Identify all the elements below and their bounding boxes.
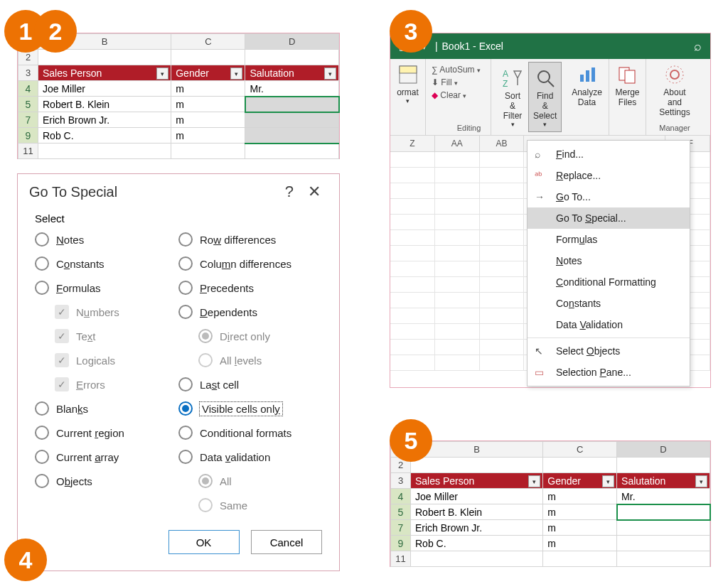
dd-data-validation[interactable]: Data Validation	[528, 314, 690, 335]
autosum-button[interactable]: ∑ AutoSum ▾	[432, 63, 485, 76]
magnifier-icon	[534, 67, 557, 90]
cell[interactable]: Erich Brown Jr.	[411, 520, 543, 536]
option-column-differences[interactable]: Column differences	[178, 252, 322, 276]
cell[interactable]: m	[543, 536, 617, 551]
table-header-salutation[interactable]: Salutation▾	[245, 65, 339, 81]
sort-filter-button[interactable]: AZSort &Filter▾	[497, 62, 528, 132]
format-button[interactable]: ormat▾	[396, 62, 419, 106]
filter-dropdown-icon[interactable]: ▾	[695, 475, 707, 487]
option-current-region[interactable]: Current region	[35, 421, 178, 445]
cell[interactable]: m	[543, 504, 617, 520]
col-head[interactable]: AA	[435, 136, 480, 151]
table-header-sales-person[interactable]: Sales Person▾	[38, 65, 171, 81]
copied-cell[interactable]: Mr.	[245, 81, 339, 97]
merge-files-button[interactable]: MergeFiles	[615, 62, 640, 109]
col-head-c[interactable]: C	[543, 442, 617, 458]
row-head[interactable]: 5	[18, 97, 38, 112]
filter-active-icon[interactable]: ▾	[602, 475, 614, 487]
ok-button[interactable]: OK	[168, 530, 240, 554]
find-select-button[interactable]: Find &Select▾	[528, 62, 562, 132]
selected-cell[interactable]	[245, 97, 339, 112]
analyze-icon	[576, 63, 599, 86]
cell[interactable]: m	[543, 520, 617, 536]
selected-cell[interactable]	[245, 128, 339, 144]
option-last-cell[interactable]: Last cell	[178, 372, 322, 396]
option-conditional-formats[interactable]: Conditional formats	[178, 421, 322, 445]
option-visible-cells-only[interactable]: Visible cells only	[178, 396, 322, 421]
cell[interactable]: Erich Brown Jr.	[38, 112, 171, 128]
dd-conditional-formatting[interactable]: Conditional Formatting	[528, 271, 690, 293]
cell[interactable]: m	[171, 128, 245, 144]
row-head[interactable]: 5	[391, 504, 411, 520]
excel-table-p5[interactable]: B C D 2 3 Sales Person▾ Gender▾ Salutati…	[390, 441, 710, 567]
panel-step-1-2: B C D 2 3 Sales Person▾ Gender▾ Salutati…	[17, 33, 340, 159]
about-settings-button[interactable]: About andSettings	[652, 62, 697, 119]
row-head[interactable]: 4	[391, 489, 411, 504]
row-head[interactable]: 9	[391, 536, 411, 551]
table-header-salutation[interactable]: Salutation▾	[617, 473, 710, 489]
dd-selection-pane[interactable]: ▭Selection Pane...	[528, 362, 690, 383]
filter-dropdown-icon[interactable]: ▾	[324, 67, 336, 80]
cell[interactable]	[617, 536, 710, 551]
row-head[interactable]: 7	[18, 112, 38, 128]
option-constants[interactable]: Constants	[35, 252, 178, 276]
row-head[interactable]: 4	[18, 81, 38, 97]
table-header-sales-person[interactable]: Sales Person▾	[411, 473, 543, 489]
col-head-c[interactable]: C	[171, 34, 245, 50]
cell[interactable]: Robert B. Klein	[38, 97, 171, 112]
clear-button[interactable]: ◆ Clear ▾	[432, 89, 485, 102]
filter-active-icon[interactable]: ▾	[230, 67, 242, 80]
option-data-validation[interactable]: Data validation	[178, 445, 322, 469]
row-head[interactable]: 3	[18, 65, 38, 81]
table-header-gender[interactable]: Gender▾	[543, 473, 617, 489]
option-notes[interactable]: Notes	[35, 227, 178, 252]
cell[interactable]: m	[171, 112, 245, 128]
excel-table-p1[interactable]: B C D 2 3 Sales Person▾ Gender▾ Salutati…	[18, 33, 339, 159]
option-objects[interactable]: Objects	[35, 469, 178, 493]
dd-notes[interactable]: Notes	[528, 250, 690, 271]
row-head[interactable]: 11	[391, 551, 411, 567]
dd-constants[interactable]: Constants	[528, 293, 690, 314]
option-precedents[interactable]: Precedents	[178, 276, 322, 300]
cell[interactable]: m	[543, 489, 617, 504]
dd-goto[interactable]: →Go To...	[528, 186, 690, 207]
table-header-gender[interactable]: Gender▾	[171, 65, 245, 81]
cell[interactable]: Joe Miller	[411, 489, 543, 504]
cell[interactable]: m	[171, 81, 245, 97]
filter-dropdown-icon[interactable]: ▾	[528, 475, 540, 487]
dd-find[interactable]: ⌕Find...	[528, 144, 690, 165]
dd-goto-special[interactable]: Go To Special...	[528, 207, 690, 229]
cell[interactable]: Robert B. Klein	[411, 504, 543, 520]
row-head[interactable]: 7	[391, 520, 411, 536]
cell[interactable]: m	[171, 97, 245, 112]
fill-button[interactable]: ⬇ Fill ▾	[432, 76, 485, 89]
dd-formulas[interactable]: Formulas	[528, 229, 690, 250]
row-head[interactable]: 9	[18, 128, 38, 144]
cell[interactable]: Rob C.	[38, 128, 171, 144]
active-cell[interactable]	[617, 504, 710, 520]
col-head[interactable]: AB	[480, 136, 525, 151]
filter-dropdown-icon[interactable]: ▾	[156, 67, 168, 80]
search-icon[interactable]: ⌕	[694, 39, 702, 54]
selected-cell[interactable]	[245, 112, 339, 128]
cancel-button[interactable]: Cancel	[251, 530, 322, 554]
dd-replace[interactable]: ᵃᵇReplace...	[528, 165, 690, 186]
option-dependents[interactable]: Dependents	[178, 300, 322, 324]
cell[interactable]: Rob C.	[411, 536, 543, 551]
copied-cell[interactable]: Mr.	[617, 489, 710, 504]
row-head[interactable]: 3	[391, 473, 411, 489]
option-formulas[interactable]: Formulas	[35, 276, 178, 300]
cell[interactable]: Joe Miller	[38, 81, 171, 97]
dialog-close-button[interactable]: ✕	[301, 183, 328, 201]
cell[interactable]	[617, 520, 710, 536]
dialog-help-button[interactable]: ?	[278, 183, 301, 201]
option-blanks[interactable]: Blanks	[35, 396, 178, 421]
option-row-differences[interactable]: Row differences	[178, 227, 322, 252]
col-head-d[interactable]: D	[617, 442, 710, 458]
analyze-data-button[interactable]: AnalyzeData	[571, 62, 603, 109]
dd-select-objects[interactable]: ↖Select Objects	[528, 340, 690, 362]
col-head[interactable]: Z	[390, 136, 435, 151]
col-head-d[interactable]: D	[245, 34, 339, 50]
option-current-array[interactable]: Current array	[35, 445, 178, 469]
row-head[interactable]: 11	[18, 144, 38, 159]
